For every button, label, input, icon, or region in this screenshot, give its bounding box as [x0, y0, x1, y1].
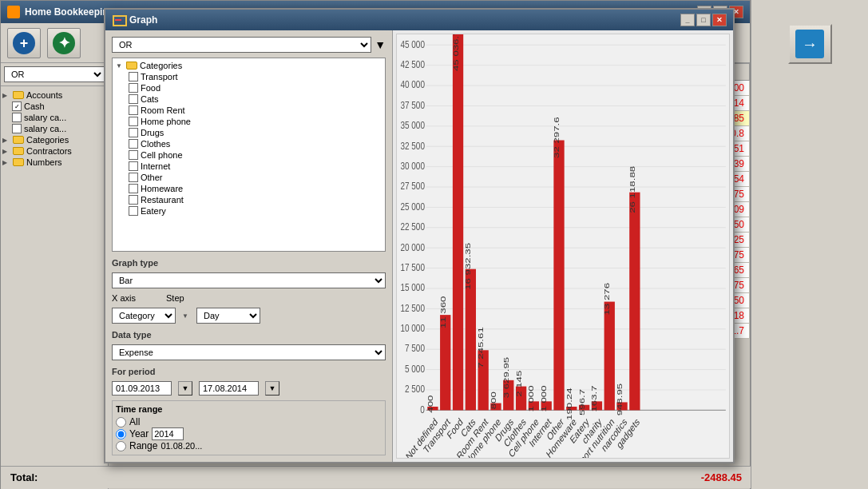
sidebar-tree: ▶ Accounts ✓ Cash salary ca... salary ca…: [1, 86, 108, 489]
svg-text:7 245.61: 7 245.61: [476, 327, 485, 368]
dropdown-arrow-icon[interactable]: ▼: [375, 38, 386, 51]
dialog-close-button[interactable]: ✕: [712, 14, 727, 26]
categories-toggle-icon: ▶: [2, 137, 10, 144]
salary1-checkbox[interactable]: [12, 113, 22, 122]
tree-item-checkbox[interactable]: [129, 206, 138, 216]
svg-text:2 145: 2 145: [513, 370, 522, 397]
right-panel: [751, 0, 868, 489]
tree-item-label: Food: [141, 83, 161, 93]
svg-text:0: 0: [420, 403, 425, 415]
svg-text:35 000: 35 000: [400, 119, 425, 131]
radio-range-label: Range: [129, 440, 157, 451]
data-type-row: Expense: [112, 344, 386, 360]
tree-item-checkbox[interactable]: [129, 139, 138, 149]
svg-rect-41: [440, 315, 450, 410]
tree-item[interactable]: Clothes: [127, 138, 383, 149]
categories-tree-panel: ▼ Categories Transport Food Cats Room Re…: [112, 58, 386, 252]
radio-range[interactable]: [116, 441, 126, 451]
tree-item-checkbox[interactable]: [129, 150, 138, 160]
tree-item-label: Restaurant: [141, 195, 184, 205]
step-dropdown[interactable]: Day: [196, 308, 260, 324]
tree-item[interactable]: Cats: [127, 93, 383, 105]
tree-item-checkbox[interactable]: [129, 72, 138, 82]
cash-label: Cash: [24, 101, 45, 111]
tree-item-label: Homeware: [141, 184, 183, 193]
add-button[interactable]: +: [7, 28, 41, 58]
tree-item[interactable]: Food: [127, 82, 383, 93]
sidebar-item-categories[interactable]: ▶ Categories: [1, 134, 108, 145]
salary1-label: salary ca...: [24, 113, 66, 122]
tree-item[interactable]: Cell phone: [127, 149, 383, 161]
tree-item-label: Cats: [141, 94, 159, 104]
tree-item[interactable]: Drugs: [127, 127, 383, 138]
svg-text:163.7: 163.7: [589, 385, 598, 411]
date-from-input[interactable]: [112, 381, 172, 396]
sidebar-filter-dropdown[interactable]: OR: [4, 66, 105, 82]
radio-all[interactable]: [116, 417, 126, 427]
other-button[interactable]: ✦: [47, 28, 81, 58]
svg-text:16 932.35: 16 932.35: [463, 242, 472, 289]
tree-item-checkbox[interactable]: [129, 184, 138, 193]
sidebar-item-salary2[interactable]: salary ca...: [1, 123, 108, 134]
svg-text:948.95: 948.95: [615, 383, 624, 415]
year-input[interactable]: [152, 427, 184, 440]
tree-item-checkbox[interactable]: [129, 94, 138, 104]
sidebar-item-accounts[interactable]: ▶ Accounts: [1, 89, 108, 101]
tree-item[interactable]: Room Rent: [127, 105, 383, 116]
svg-text:400: 400: [426, 395, 434, 413]
radio-range-row: Range 01.08.20...: [116, 440, 382, 451]
tree-item[interactable]: Eatery: [127, 205, 383, 217]
date-to-calendar-button[interactable]: ▼: [265, 381, 279, 396]
svg-text:13 276: 13 276: [602, 283, 611, 315]
salary2-checkbox[interactable]: [12, 124, 22, 133]
svg-text:30 000: 30 000: [400, 160, 425, 172]
svg-text:27 500: 27 500: [400, 180, 425, 192]
svg-rect-71: [629, 193, 640, 411]
tree-item-checkbox[interactable]: [129, 105, 138, 115]
total-value: -2488.45: [701, 471, 742, 483]
svg-text:15 000: 15 000: [400, 281, 425, 293]
tree-item-checkbox[interactable]: [129, 83, 138, 93]
tree-item-checkbox[interactable]: [129, 161, 138, 171]
dialog-maximize-button[interactable]: □: [696, 14, 711, 26]
tree-item[interactable]: Other: [127, 172, 383, 183]
cash-checkbox[interactable]: ✓: [12, 101, 22, 111]
categories-label: Categories: [26, 135, 69, 145]
tree-item[interactable]: Transport: [127, 71, 383, 82]
dialog-minimize-button[interactable]: _: [680, 14, 695, 26]
dialog-filter-dropdown[interactable]: OR: [112, 37, 371, 53]
sidebar-item-numbers[interactable]: ▶ Numbers: [1, 157, 108, 168]
app-icon: [7, 6, 20, 18]
accounts-folder-icon: [13, 91, 24, 99]
tree-item-checkbox[interactable]: [129, 173, 138, 182]
accounts-label: Accounts: [26, 90, 62, 100]
chart-area: 45 000 42 500 40 000 37 500 35 000 32 50…: [393, 30, 733, 462]
root-toggle-icon: ▼: [116, 62, 124, 70]
svg-text:2 500: 2 500: [405, 383, 425, 395]
svg-text:800: 800: [489, 392, 497, 410]
svg-text:1 000: 1 000: [539, 385, 548, 412]
xaxis-step-controls: Category ▼ Day: [112, 308, 386, 324]
tree-item[interactable]: Home phone: [127, 116, 383, 127]
date-from-calendar-button[interactable]: ▼: [178, 381, 192, 396]
radio-year[interactable]: [116, 429, 126, 439]
tree-item[interactable]: Internet: [127, 161, 383, 172]
data-type-dropdown[interactable]: Expense: [112, 344, 386, 360]
sidebar-item-cash[interactable]: ✓ Cash: [1, 101, 108, 112]
contractors-label: Contractors: [26, 146, 72, 156]
svg-text:45 036.74: 45 036.74: [450, 34, 459, 71]
tree-item-checkbox[interactable]: [129, 195, 138, 205]
xaxis-dropdown[interactable]: Category: [112, 308, 176, 324]
tree-item-label: Room Rent: [141, 105, 185, 115]
date-to-input[interactable]: [199, 381, 259, 396]
graph-type-dropdown[interactable]: Bar: [112, 272, 386, 288]
xaxis-label: X axis: [112, 293, 160, 303]
tree-root[interactable]: ▼ Categories: [114, 60, 383, 71]
tree-item-checkbox[interactable]: [129, 128, 138, 137]
tree-item-checkbox[interactable]: [129, 117, 138, 126]
tree-item[interactable]: Homeware: [127, 183, 383, 194]
sidebar-item-salary1[interactable]: salary ca...: [1, 112, 108, 123]
exit-button[interactable]: [788, 24, 832, 64]
sidebar-item-contractors[interactable]: ▶ Contractors: [1, 145, 108, 157]
tree-item[interactable]: Restaurant: [127, 194, 383, 205]
